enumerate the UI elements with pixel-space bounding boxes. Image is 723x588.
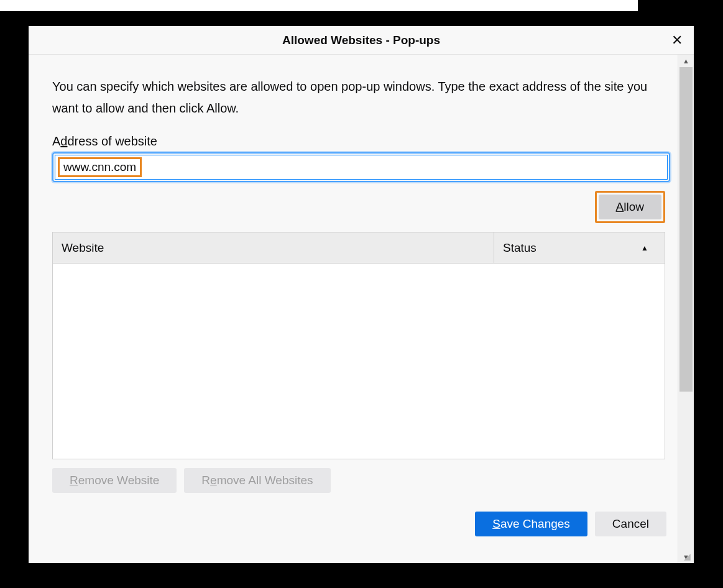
save-changes-label: ave Changes <box>500 517 570 530</box>
remove-website-accel: R <box>70 474 78 487</box>
address-label-pre: A <box>52 134 60 148</box>
scroll-down-icon[interactable]: ▼ <box>678 551 694 563</box>
address-label: Address of website <box>52 134 670 149</box>
sort-asc-icon: ▲ <box>641 244 648 252</box>
address-label-post: dress of website <box>67 134 157 148</box>
dialog-titlebar: Allowed Websites - Pop-ups ✕ <box>29 26 694 55</box>
address-label-accel: d <box>60 134 67 148</box>
dialog-body: You can specify which websites are allow… <box>29 55 694 563</box>
allow-button-highlight: Allow <box>595 191 665 223</box>
remove-buttons-row: Remove Website Remove All Websites <box>52 468 670 493</box>
table-header: Website Status ▲ <box>53 232 665 264</box>
scroll-up-icon[interactable]: ▲ <box>678 55 694 67</box>
col-status-label: Status <box>503 241 536 255</box>
remove-website-label: emove Website <box>78 474 160 487</box>
close-icon[interactable]: ✕ <box>665 29 689 52</box>
address-focus-ring: www.cnn.com <box>52 152 670 182</box>
address-input-value: www.cnn.com <box>63 160 136 174</box>
remove-website-button[interactable]: Remove Website <box>52 468 177 493</box>
dialog-title: Allowed Websites - Pop-ups <box>29 34 694 47</box>
allow-button-accel: A <box>616 200 624 213</box>
allow-button-row: Allow <box>52 191 665 223</box>
allow-button[interactable]: Allow <box>599 195 661 219</box>
dialog-content: You can specify which websites are allow… <box>29 55 678 563</box>
vertical-scrollbar[interactable]: ▲ ▼ <box>678 55 694 563</box>
col-website-label: Website <box>62 241 104 255</box>
popup-exceptions-dialog: Allowed Websites - Pop-ups ✕ You can spe… <box>29 26 694 563</box>
allow-button-label: llow <box>624 200 644 213</box>
websites-table: Website Status ▲ <box>52 232 665 459</box>
remove-all-websites-button[interactable]: Remove All Websites <box>184 468 330 493</box>
dialog-description: You can specify which websites are allow… <box>52 76 670 119</box>
save-cancel-row: Save Changes Cancel <box>52 512 666 536</box>
table-body-empty <box>53 264 665 459</box>
save-changes-accel: S <box>492 517 500 530</box>
cancel-button[interactable]: Cancel <box>595 512 666 536</box>
remove-all-pre: R <box>201 474 210 487</box>
background-strip <box>0 0 638 11</box>
remove-all-label: move All Websites <box>217 474 313 487</box>
save-changes-button[interactable]: Save Changes <box>475 512 587 536</box>
col-website[interactable]: Website <box>53 232 494 263</box>
address-input-row: www.cnn.com <box>52 152 670 182</box>
address-input[interactable]: www.cnn.com <box>55 155 668 180</box>
col-status[interactable]: Status ▲ <box>494 232 665 263</box>
scroll-thumb[interactable] <box>679 67 693 392</box>
remove-all-accel: e <box>210 474 217 487</box>
address-input-highlight: www.cnn.com <box>58 157 142 177</box>
